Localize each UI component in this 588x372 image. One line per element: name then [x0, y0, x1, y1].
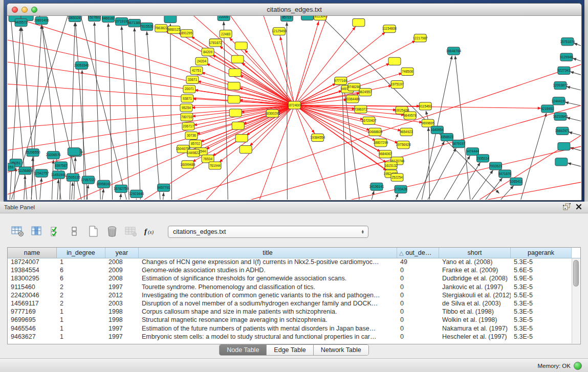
graph-node[interactable]: 3624557 — [359, 89, 372, 96]
graph-node[interactable]: 6879197 — [452, 140, 466, 148]
graph-node[interactable]: 1640954 — [431, 126, 444, 134]
graph-node[interactable]: 16648784 — [446, 47, 461, 55]
graph-edge[interactable] — [13, 167, 16, 200]
table-cell[interactable]: 1998 — [105, 308, 139, 315]
graph-node[interactable]: 8471676 — [498, 170, 512, 178]
graph-node[interactable] — [231, 55, 244, 63]
column-header-short[interactable]: short — [439, 248, 511, 258]
table-cell[interactable]: 6 — [57, 267, 105, 274]
graph-node[interactable] — [239, 146, 252, 154]
table-cell[interactable]: 5.3E-5 — [511, 308, 572, 315]
table-cell[interactable]: Investigating the contribution of common… — [139, 292, 397, 299]
graph-node[interactable]: 1975197 — [390, 81, 404, 89]
table-cell[interactable]: 5.3E-5 — [511, 325, 572, 332]
graph-edge[interactable] — [459, 170, 493, 200]
table-cell[interactable]: Wolkin et al. (1998) — [439, 316, 511, 323]
graph-node[interactable]: 20364486 — [345, 95, 360, 103]
table-cell[interactable]: 5.3E-5 — [511, 300, 572, 307]
graph-node[interactable]: 11154808 — [382, 25, 397, 33]
graph-edge[interactable] — [254, 105, 294, 200]
graph-node[interactable]: 10688609 — [367, 128, 382, 136]
table-cell[interactable]: 9463627 — [8, 333, 57, 340]
table-cell[interactable]: Tourette syndrome. Phenomenology and cla… — [139, 283, 397, 291]
graph-edge[interactable] — [170, 24, 172, 200]
table-row[interactable]: 1938455462009Genome-wide association stu… — [8, 266, 572, 274]
table-cell[interactable]: 2 — [57, 283, 105, 291]
graph-node[interactable]: 25206550 — [26, 149, 40, 157]
table-cell[interactable]: 2008 — [105, 258, 139, 266]
graph-node[interactable]: 9215953 — [541, 105, 554, 113]
graph-edge[interactable] — [342, 85, 346, 200]
graph-node[interactable] — [235, 42, 247, 50]
table-cell[interactable]: Estimation of the future numbers of pati… — [139, 325, 397, 332]
graph-node[interactable] — [235, 134, 248, 142]
graph-node[interactable] — [228, 96, 240, 103]
table-cell[interactable]: 5.3E-5 — [511, 258, 572, 266]
table-cell[interactable]: 18300295 — [8, 275, 57, 282]
graph-edge[interactable] — [295, 16, 320, 105]
graph-node[interactable]: 206717 — [182, 122, 194, 130]
graph-node[interactable]: 7932621 — [489, 162, 503, 170]
graph-node[interactable]: 780733 — [181, 113, 193, 121]
graph-node[interactable]: 16958167 — [96, 180, 111, 188]
graph-node[interactable]: 16099489 — [180, 161, 195, 168]
graph-node[interactable]: 11156869 — [18, 167, 32, 174]
table-cell[interactable]: 5.5E-5 — [511, 292, 572, 299]
import-table-button[interactable] — [124, 225, 138, 238]
table-cell[interactable]: 1997 — [105, 333, 139, 340]
table-cell[interactable]: Embryonic stem cells: a model to study s… — [139, 333, 397, 340]
graph-node[interactable] — [558, 143, 570, 150]
graph-edge[interactable] — [455, 56, 472, 200]
graph-node[interactable]: 24204 — [195, 57, 208, 65]
graph-node[interactable]: 93871 — [181, 95, 193, 102]
graph-edge[interactable] — [135, 28, 141, 200]
graph-node[interactable]: 10653287 — [68, 16, 82, 22]
table-scrollbar[interactable] — [572, 258, 580, 343]
graph-node[interactable] — [232, 122, 244, 129]
table-cell[interactable]: 0 — [397, 292, 439, 299]
row-options-button[interactable] — [67, 225, 81, 238]
table-cell[interactable]: 2012 — [105, 292, 139, 299]
graph-node[interactable]: 9860125 — [167, 26, 181, 34]
table-cell[interactable]: de Silva et al. (2003) — [439, 300, 511, 307]
graph-node[interactable]: 15692971 — [555, 127, 570, 135]
graph-node[interactable]: 9849578 — [403, 112, 417, 119]
table-cell[interactable]: 5.3E-5 — [511, 283, 572, 291]
graph-node[interactable]: 811304 — [314, 16, 326, 20]
graph-node[interactable]: 22005 — [217, 16, 230, 21]
select-all-button[interactable] — [48, 225, 62, 238]
graph-node[interactable]: 9671388 — [128, 19, 141, 27]
graph-node[interactable]: 9227343 — [557, 67, 571, 74]
graph-node[interactable]: 14136141 — [369, 183, 384, 190]
table-scrollbar-thumb[interactable] — [573, 260, 579, 287]
graph-node[interactable] — [353, 19, 365, 27]
graph-node[interactable]: 1065411 — [510, 178, 522, 185]
graph-node[interactable]: 16782759 — [114, 185, 128, 192]
table-cell[interactable]: Yano et al. (2008) — [439, 258, 511, 266]
table-cell[interactable]: 2 — [57, 292, 105, 299]
graph-node[interactable]: 252254 — [391, 173, 403, 181]
graph-node[interactable]: 891295 — [181, 30, 193, 37]
graph-node[interactable]: 9777169 — [334, 77, 347, 84]
graph-node[interactable]: 16720407 — [361, 117, 376, 124]
graph-edge[interactable] — [295, 105, 410, 115]
graph-node[interactable]: 95254 — [180, 104, 192, 112]
table-cell[interactable]: Changes of HCN gene expression and I(f) … — [139, 258, 397, 266]
table-cell[interactable]: 6 — [57, 275, 105, 282]
graph-node[interactable]: 1449822 — [187, 149, 200, 157]
graph-edge[interactable] — [516, 113, 547, 200]
table-select-combobox[interactable]: citations_edges.txt▲▼ — [168, 226, 368, 238]
graph-edge[interactable] — [75, 23, 89, 200]
table-row[interactable]: 1872400712008Changes of HCN gene express… — [8, 258, 572, 266]
graph-node[interactable]: 9654923 — [400, 128, 413, 136]
table-cell[interactable]: 0 — [397, 308, 439, 315]
float-panel-icon[interactable] — [563, 203, 571, 211]
create-column-button[interactable] — [86, 225, 100, 238]
graph-edge[interactable] — [69, 23, 75, 200]
table-row[interactable]: 969969511998Structural magnetic resonanc… — [8, 316, 572, 324]
graph-node[interactable] — [229, 69, 241, 76]
graph-node[interactable]: 1781672 — [209, 39, 222, 47]
table-cell[interactable]: Estimation of significance thresholds fo… — [139, 275, 397, 282]
table-cell[interactable]: 0 — [397, 325, 439, 332]
graph-edge[interactable] — [161, 28, 295, 105]
